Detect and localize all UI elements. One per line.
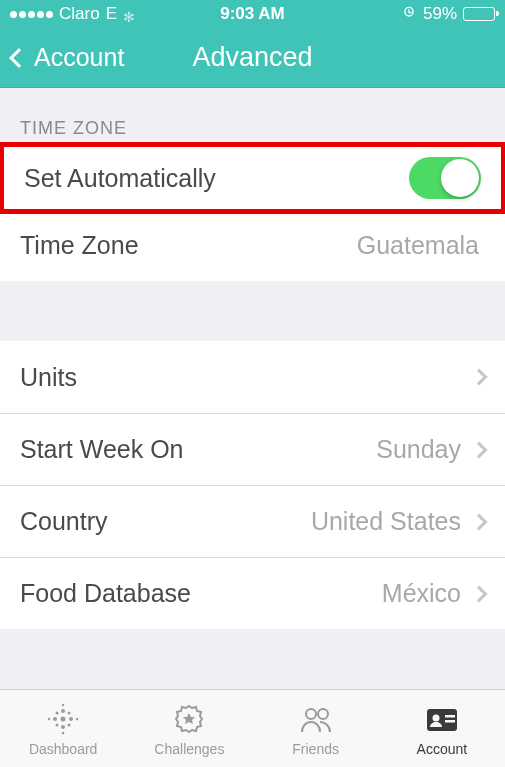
svg-point-10 [62,731,64,733]
svg-point-1 [61,709,65,713]
group-timezone: Set Automatically Time Zone Guatemala [0,147,505,281]
svg-point-13 [306,709,316,719]
svg-point-9 [62,703,64,705]
star-badge-icon [171,701,207,737]
start-week-label: Start Week On [20,435,376,464]
row-time-zone[interactable]: Time Zone Guatemala [0,209,505,281]
carrier-label: Claro [59,4,100,24]
network-label: E [106,4,117,24]
svg-rect-18 [445,720,455,723]
set-auto-label: Set Automatically [24,164,409,193]
tab-challenges[interactable]: Challenges [126,690,252,767]
battery-icon [463,7,495,21]
loading-spinner-icon [123,7,137,21]
signal-dots-icon [10,11,53,18]
tab-label: Account [417,741,468,757]
tab-bar: Dashboard Challenges Friends [0,689,505,767]
units-label: Units [20,363,467,392]
svg-point-8 [68,723,71,726]
svg-point-14 [318,709,328,719]
status-left: Claro E [10,4,172,24]
food-db-label: Food Database [20,579,382,608]
nav-bar: Account Advanced [0,28,505,88]
group-settings: Units Start Week On Sunday Country Unite… [0,341,505,629]
svg-point-0 [61,716,66,721]
section-gap [0,281,505,341]
back-button[interactable]: Account [12,43,124,72]
dashboard-icon [45,701,81,737]
food-db-value: México [382,579,461,608]
row-units[interactable]: Units [0,341,505,413]
tab-label: Friends [292,741,339,757]
svg-rect-17 [445,715,455,718]
battery-pct-label: 59% [423,4,457,24]
tab-dashboard[interactable]: Dashboard [0,690,126,767]
country-label: Country [20,507,311,536]
set-auto-toggle[interactable] [409,157,481,199]
friends-icon [298,701,334,737]
svg-point-16 [432,714,439,721]
tab-label: Dashboard [29,741,98,757]
svg-point-11 [48,717,50,719]
status-right: 59% [333,4,495,25]
chevron-right-icon [471,369,488,386]
toggle-knob [441,159,479,197]
svg-point-7 [56,723,59,726]
row-set-automatically: Set Automatically [0,142,505,214]
chevron-right-icon [471,585,488,602]
start-week-value: Sunday [376,435,461,464]
svg-point-12 [76,717,78,719]
country-value: United States [311,507,461,536]
tab-account[interactable]: Account [379,690,505,767]
chevron-right-icon [471,441,488,458]
svg-point-2 [61,725,65,729]
page-title: Advanced [192,42,312,73]
svg-point-6 [68,711,71,714]
back-label: Account [34,43,124,72]
row-food-database[interactable]: Food Database México [0,557,505,629]
account-card-icon [424,701,460,737]
svg-point-4 [69,717,73,721]
svg-point-3 [53,717,57,721]
timezone-label: Time Zone [20,231,357,260]
timezone-value: Guatemala [357,231,479,260]
spacer [0,629,505,689]
tab-friends[interactable]: Friends [253,690,379,767]
section-header-timezone: TIME ZONE [0,88,505,147]
status-bar: Claro E 9:03 AM 59% [0,0,505,28]
tab-label: Challenges [154,741,224,757]
clock-label: 9:03 AM [172,4,334,24]
alarm-icon [401,4,417,25]
svg-point-5 [56,711,59,714]
chevron-left-icon [9,48,29,68]
row-country[interactable]: Country United States [0,485,505,557]
chevron-right-icon [471,513,488,530]
row-start-week[interactable]: Start Week On Sunday [0,413,505,485]
